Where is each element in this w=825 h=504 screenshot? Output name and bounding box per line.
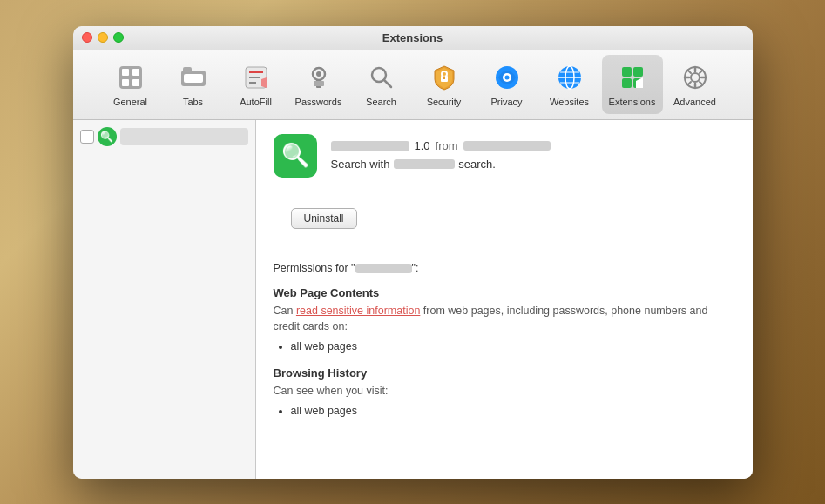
toolbar-item-search[interactable]: Search	[351, 55, 412, 114]
sidebar-toolbar	[80, 127, 248, 146]
permission-group-history: Browsing History Can see when you visit:…	[274, 366, 735, 417]
extension-from: from	[436, 139, 458, 152]
permissions-suffix: ":	[412, 262, 419, 274]
main-window: Extensions General	[73, 26, 753, 479]
web-contents-title: Web Page Contents	[274, 286, 735, 299]
autofill-label: AutoFill	[240, 97, 272, 107]
passwords-label: Passwords	[295, 97, 342, 107]
search-label: Search	[366, 97, 396, 107]
svg-line-41	[687, 71, 691, 74]
svg-rect-32	[622, 78, 632, 88]
svg-line-43	[700, 71, 703, 74]
privacy-icon	[491, 62, 523, 93]
general-label: General	[113, 97, 147, 107]
traffic-lights	[82, 32, 124, 43]
web-contents-list: all web pages	[291, 340, 735, 353]
websites-icon	[554, 62, 585, 93]
svg-marker-12	[261, 77, 267, 88]
permissions-title: Permissions for "":	[274, 262, 735, 274]
extension-name-bar	[331, 141, 409, 151]
content-area: 1.0 from Search with search. Uninstall	[73, 120, 753, 479]
svg-rect-2	[122, 79, 129, 86]
tabs-label: Tabs	[183, 97, 203, 107]
toolbar-item-websites[interactable]: Websites	[539, 55, 600, 114]
sidebar-search-input[interactable]	[120, 128, 248, 145]
toolbar-item-privacy[interactable]: Privacy	[477, 55, 538, 114]
extension-header: 1.0 from Search with search.	[256, 120, 753, 192]
extension-search-row: Search with search.	[331, 156, 551, 171]
sidebar-search-button[interactable]	[98, 127, 117, 146]
sidebar-checkbox[interactable]	[80, 130, 94, 144]
svg-line-44	[687, 82, 691, 85]
toolbar-item-general[interactable]: General	[100, 55, 161, 114]
extension-source-bar	[463, 141, 551, 151]
advanced-icon	[680, 62, 711, 93]
privacy-label: Privacy	[490, 97, 522, 107]
autofill-icon	[240, 62, 272, 93]
svg-point-36	[691, 73, 700, 82]
security-icon	[429, 62, 460, 93]
toolbar: General Tabs A	[73, 50, 753, 120]
svg-line-18	[384, 80, 391, 87]
svg-rect-3	[132, 69, 139, 76]
permission-group-web: Web Page Contents Can read sensitive inf…	[274, 286, 735, 353]
search-toolbar-icon	[366, 62, 397, 93]
toolbar-item-extensions[interactable]: Extensions	[602, 55, 663, 114]
svg-point-24	[504, 76, 509, 80]
svg-line-42	[700, 82, 703, 85]
advanced-label: Advanced	[673, 97, 716, 107]
svg-point-14	[316, 71, 321, 77]
extensions-icon	[617, 62, 648, 93]
general-icon	[115, 62, 146, 93]
toolbar-item-security[interactable]: Security	[414, 55, 475, 114]
extension-icon	[274, 134, 317, 178]
close-button[interactable]	[82, 32, 92, 43]
list-item: all web pages	[291, 405, 735, 417]
extension-name-row: 1.0 from	[331, 139, 551, 152]
window-title: Extensions	[382, 31, 443, 44]
minimize-button[interactable]	[98, 32, 108, 43]
svg-rect-6	[183, 67, 192, 72]
desc-highlight: read sensitive information	[296, 305, 420, 317]
extension-detail: 1.0 from Search with search. Uninstall	[256, 120, 753, 479]
toolbar-item-autofill[interactable]: AutoFill	[226, 55, 287, 114]
extension-search-name	[394, 159, 455, 169]
permissions-prefix: Permissions for "	[274, 262, 355, 274]
toolbar-item-tabs[interactable]: Tabs	[163, 55, 224, 114]
uninstall-button[interactable]: Uninstall	[291, 208, 357, 229]
sidebar	[73, 120, 256, 479]
extensions-label: Extensions	[609, 97, 656, 107]
browsing-history-desc: Can see when you visit:	[274, 383, 735, 400]
list-item: all web pages	[291, 340, 735, 353]
svg-rect-4	[132, 79, 139, 86]
websites-label: Websites	[550, 97, 589, 107]
svg-rect-7	[184, 74, 203, 83]
svg-rect-16	[314, 81, 324, 86]
uninstall-area: Uninstall	[256, 192, 753, 252]
titlebar: Extensions	[73, 26, 753, 50]
svg-rect-31	[633, 67, 643, 77]
search-prefix: Search with	[331, 158, 390, 171]
passwords-icon	[303, 62, 335, 93]
perm-name-bar	[355, 264, 412, 273]
search-suffix: search.	[458, 158, 496, 171]
svg-rect-1	[122, 69, 129, 76]
permissions-section: Permissions for "": Web Page Contents Ca…	[256, 252, 753, 448]
web-contents-desc: Can read sensitive information from web …	[274, 303, 735, 336]
svg-rect-30	[622, 67, 632, 77]
maximize-button[interactable]	[113, 32, 124, 43]
desc-before: Can	[274, 305, 296, 317]
browsing-history-list: all web pages	[291, 405, 735, 417]
extension-info: 1.0 from Search with search.	[331, 139, 551, 171]
security-label: Security	[427, 97, 462, 107]
extension-version: 1.0	[415, 139, 430, 152]
toolbar-item-passwords[interactable]: Passwords	[288, 55, 349, 114]
toolbar-item-advanced[interactable]: Advanced	[665, 55, 726, 114]
browsing-history-title: Browsing History	[274, 366, 735, 380]
tabs-icon	[178, 62, 209, 93]
